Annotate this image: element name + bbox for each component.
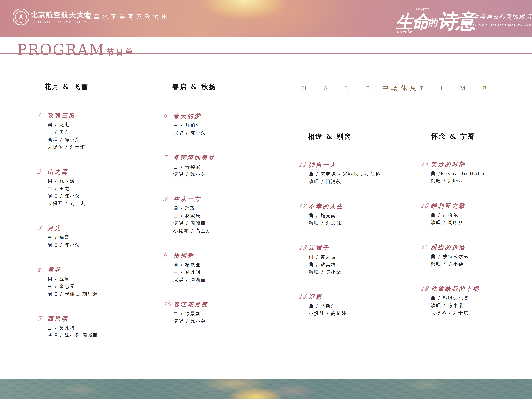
song-title: 不幸的人生 [309,203,344,210]
credits: 曲 / 徐景新演唱 / 陈小朵 [173,310,249,325]
water-painting [0,379,532,399]
credits: 词 / 杨展业曲 / 奚其明演唱 / 周晰丽 [173,261,249,283]
credit-line: 词 / 杨展业 [173,261,249,268]
item-number: 12 [298,203,307,209]
program-page: 北京航空航天大学 BEIHANG UNIVERSITY 北航高水平美育系列演出 … [0,0,532,399]
program-item: 16维利亚之歌曲 / 雷哈尔演唱 / 周晰丽 [421,202,528,226]
item-number: 6 [162,113,168,119]
credit-line: 曲 / 马斯涅 [309,302,399,310]
item-number: 18 [420,285,429,292]
credit-line: 曲 / 徐景新 [173,310,249,317]
credit-line: 演唱 / 陈小朵 [48,136,132,143]
credits: 曲 / 雷哈尔演唱 / 周晰丽 [431,211,528,226]
song-title: 雪花 [48,266,62,273]
column-divider-2 [399,124,399,346]
halftime-cn: 中场休息 [382,84,420,92]
credit-line: 演唱 / 周晰丽 [431,177,528,185]
section-column-1: 1玫瑰三愿词 / 龙七曲 / 黄自演唱 / 陈小朵大提琴 / 刘士琪2山之高词 … [37,112,132,356]
item-number: 10 [162,301,172,308]
credit-line: 曲 / 福雷 [48,234,132,241]
credits: 曲 /Reynaldo Hahn演唱 / 周晰丽 [431,170,528,185]
program-item: 1玫瑰三愿词 / 龙七曲 / 黄自演唱 / 陈小朵大提琴 / 刘士琪 [37,112,132,151]
credit-line: 演唱 / 陈小朵 [48,241,132,249]
credit-line: 演唱 / 陈小朵 [431,302,528,309]
university-seal-icon [12,8,30,26]
credit-line: 词 / 琼瑶 [173,205,249,212]
credits: 曲 / 施光南演唱 / 刘思源 [309,212,399,227]
song-title: 月光 [48,225,62,232]
program-item: 3月光曲 / 福雷演唱 / 陈小朵 [37,224,132,249]
section-header-2: 春启 & 秋扬 [172,82,217,91]
credits: 曲 / 克劳德 - 米歇尔 . 勋伯格演唱 / 田润荻 [309,170,399,185]
program-item: 6春天的梦曲 / 舒伯特演唱 / 陈小朵 [163,112,249,137]
credit-line: 演唱 / 陈小朵 [309,268,399,276]
song-title: 沉思 [309,293,323,300]
program-item: 4雪花词 / 应啸曲 / 余忠元演唱 / 宋佳恒 刘思源 [37,266,132,298]
credits: 词 / 琼瑶曲 / 林家庆演唱 / 周晰丽小提琴 / 高芷婷 [173,205,249,234]
item-number: 2 [37,168,42,175]
section-column-2: 6春天的梦曲 / 舒伯特演唱 / 陈小朵7多蕾塔的美梦曲 / 普契尼演唱 / 陈… [163,112,249,342]
section-header-4: 怀念 & 宁馨 [431,132,475,141]
song-title: 独自一人 [309,161,337,168]
credit-line: 曲 / 黄自 [48,128,132,136]
program-item: 2山之高词 / 张玉嬢曲 / 王龙演唱 / 陈小朵大提琴 / 刘士琪 [37,168,132,207]
program-item: 8在水一方词 / 琼瑶曲 / 林家庆演唱 / 周晰丽小提琴 / 高芷婷 [163,195,249,234]
program-item: 9梧桐树词 / 杨展业曲 / 奚其明演唱 / 周晰丽 [163,252,249,283]
credit-line: 曲 / 克劳德 - 米歇尔 . 勋伯格 [309,170,399,178]
credit-line: 曲 / 蒙特威尔第 [431,253,528,260]
credit-line: 大提琴 / 刘士琪 [48,143,132,151]
credit-line: 大提琴 / 刘士琪 [48,200,132,207]
credit-line: 曲 / 莫扎特 [48,324,132,332]
item-number: 7 [162,154,168,161]
item-number: 5 [37,315,42,322]
song-title: 多蕾塔的美梦 [173,154,215,161]
page-title-cn: 节目单 [107,47,134,57]
credit-line: 曲 / 敖昌群 [309,261,399,268]
credits: 曲 / 福雷演唱 / 陈小朵 [48,234,132,249]
item-number: 4 [37,266,42,273]
song-title: 甜蜜的折磨 [431,244,466,251]
credit-line: 演唱 / 周晰丽 [431,219,528,226]
program-item: 10春江花月夜曲 / 徐景新演唱 / 陈小朵 [163,301,249,325]
item-number: 3 [37,225,42,231]
credit-line: 曲 / 林家庆 [173,212,249,220]
song-title: 你曾给我的幸福 [431,285,480,292]
item-number: 17 [420,244,429,251]
program-item: 11独自一人曲 / 克劳德 - 米歇尔 . 勋伯格演唱 / 田润荻 [298,161,399,185]
credit-line: 演唱 / 陈小朵 [173,317,249,325]
credits: 词 / 苏东坡曲 / 敖昌群演唱 / 陈小朵 [309,253,399,276]
program-item: 7多蕾塔的美梦曲 / 普契尼演唱 / 陈小朵 [163,154,249,178]
program-item: 13江城子词 / 苏东坡曲 / 敖昌群演唱 / 陈小朵 [298,244,399,276]
credit-line: 曲 / 王龙 [48,185,132,192]
credits: 曲 / 普契尼演唱 / 陈小朵 [173,163,249,178]
credit-line: 曲 / 施光南 [309,212,399,219]
credit-line: 演唱 / 周晰丽 [173,276,249,283]
song-title: 维利亚之歌 [431,203,466,209]
section-header-1: 花月 & 飞雪 [44,82,89,91]
item-number: 16 [420,202,429,209]
logo-title-part2: 的 [428,17,437,28]
credits: 曲 / 莫扎特演唱 / 陈小朵 周晰丽 [48,324,132,339]
program-item: 5西风颂曲 / 莫扎特演唱 / 陈小朵 周晰丽 [37,315,132,339]
item-number: 11 [298,161,307,168]
title-rule [0,53,532,54]
series-title: 北航高水平美育系列演出 [77,13,170,21]
credit-line: 词 / 应啸 [48,275,132,283]
credits: 曲 / 蒙特威尔第演唱 / 陈小朵 [431,253,528,268]
credit-line: 大提琴 / 刘士琪 [431,309,528,317]
event-subtitle-en: A Dialogue Between Melody and Soul [465,23,532,27]
credit-line: 演唱 / 刘思源 [309,219,399,227]
program-item: 14沉思曲 / 马斯涅小提琴 / 高芷婷 [298,293,399,317]
credit-line: 演唱 / 陈小朵 [431,260,528,268]
page-title-en: PROGRAM [17,41,105,58]
song-title: 山之高 [48,168,69,175]
program-item: 12不幸的人生曲 / 施光南演唱 / 刘思源 [298,203,399,227]
credit-line: 曲 / 奚其明 [173,268,249,276]
credit-line: 词 / 龙七 [48,121,132,128]
song-title: 梧桐树 [173,252,194,259]
song-title: 美妙的时刻 [431,161,466,168]
credit-line: 演唱 / 周晰丽 [173,220,249,227]
credit-line: 曲 / 舒伯特 [173,122,249,129]
credit-line: 曲 /Reynaldo Hahn [431,170,528,177]
banner: 北京航空航天大学 BEIHANG UNIVERSITY 北航高水平美育系列演出 … [0,0,532,37]
